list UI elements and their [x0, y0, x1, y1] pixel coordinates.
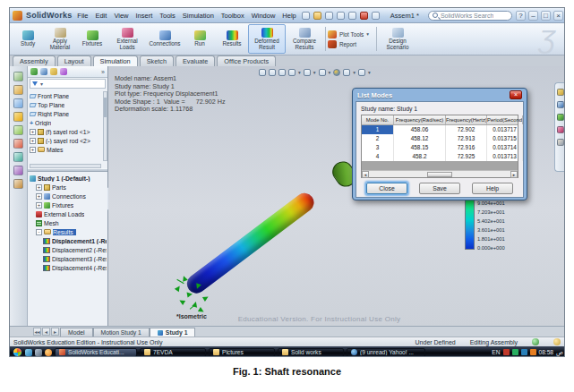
- connections-button[interactable]: Connections: [146, 24, 184, 54]
- shaft-mode-shape-model[interactable]: [184, 190, 318, 297]
- status-toggle-icon[interactable]: [532, 338, 539, 345]
- expand-icon[interactable]: +: [36, 193, 42, 200]
- taskbar-button-pictures[interactable]: Pictures: [209, 348, 275, 357]
- chevron-down-icon[interactable]: ▾: [368, 70, 371, 75]
- rebuild-icon[interactable]: [360, 12, 368, 20]
- minimize-icon[interactable]: –: [528, 11, 538, 21]
- design-scenario-button[interactable]: Design Scenario: [379, 24, 416, 54]
- print-icon[interactable]: [337, 12, 345, 20]
- scroll-right-icon[interactable]: ▸: [510, 171, 518, 178]
- cell-mode[interactable]: 4: [362, 152, 394, 161]
- appearance-icon[interactable]: [333, 69, 340, 76]
- expand-icon[interactable]: +: [30, 138, 36, 144]
- view-orientation-icon[interactable]: [304, 69, 311, 76]
- tab-scroll-first-icon[interactable]: ◂◂: [33, 328, 41, 336]
- tab-scroll-right-icon[interactable]: ▸: [51, 328, 59, 336]
- plot-item-displacement4[interactable]: Displacement4 (-Res dis: [43, 263, 107, 272]
- study-item-mesh[interactable]: Mesh: [36, 218, 107, 227]
- left-toolbar-icon-6[interactable]: [13, 139, 23, 149]
- chevron-down-icon[interactable]: ▾: [298, 70, 301, 75]
- table-row[interactable]: 1 458.06 72.902 0.013717: [362, 125, 518, 134]
- collapse-icon[interactable]: -: [36, 229, 42, 235]
- tree-item-origin[interactable]: + Origin: [30, 118, 102, 127]
- language-indicator[interactable]: EN: [492, 349, 500, 355]
- study-item-connections[interactable]: + Connections: [36, 192, 107, 200]
- tab-office-products[interactable]: Office Products: [217, 55, 276, 66]
- tab-evaluate[interactable]: Evaluate: [176, 55, 215, 66]
- left-toolbar-icon-8[interactable]: [13, 166, 23, 175]
- expand-icon[interactable]: +: [30, 147, 36, 153]
- left-toolbar-icon-5[interactable]: [13, 125, 23, 135]
- tree-item-right-plane[interactable]: Right Plane: [30, 109, 102, 118]
- propertymanager-tab-icon[interactable]: [40, 68, 47, 75]
- cell-mode[interactable]: 2: [362, 134, 394, 143]
- tree-item-front-plane[interactable]: Front Plane: [30, 91, 102, 100]
- menu-edit[interactable]: Edit: [93, 12, 108, 20]
- results-button[interactable]: Results: [216, 24, 248, 54]
- close-icon[interactable]: ×: [553, 11, 563, 21]
- featuremanager-tab-icon[interactable]: [30, 68, 38, 75]
- options-icon[interactable]: [372, 12, 380, 20]
- study-button[interactable]: Study: [12, 24, 44, 54]
- dimxpert-tab-icon[interactable]: [60, 68, 67, 75]
- plot-item-displacement3[interactable]: Displacement3 (-Res dis: [43, 254, 107, 263]
- menu-help[interactable]: Help: [280, 12, 297, 20]
- table-row[interactable]: 2 458.12 72.913 0.013715: [362, 134, 518, 143]
- save-icon[interactable]: [325, 12, 333, 20]
- tab-motion-study-1[interactable]: Motion Study 1: [93, 328, 150, 337]
- menu-toolbox[interactable]: Toolbox: [219, 12, 246, 20]
- tree-item-mates[interactable]: + Mates: [30, 145, 102, 154]
- study-item-results[interactable]: - Results: [36, 227, 107, 236]
- display-style-icon[interactable]: [319, 69, 326, 76]
- taskbar-button-solidworks[interactable]: SolidWorks Educati...: [55, 348, 137, 357]
- dialog-title-bar[interactable]: List Modes ×: [356, 89, 524, 101]
- tab-study-1[interactable]: Study 1: [150, 328, 196, 337]
- cell-mode[interactable]: 3: [362, 143, 394, 152]
- menu-view[interactable]: View: [112, 12, 130, 20]
- scroll-left-icon[interactable]: ◂: [362, 171, 369, 178]
- quicklaunch-mail-icon[interactable]: [25, 349, 32, 356]
- start-button[interactable]: [13, 347, 22, 357]
- external-loads-button[interactable]: External Loads: [108, 24, 146, 54]
- undo-icon[interactable]: [348, 12, 356, 20]
- custom-properties-icon[interactable]: [557, 139, 564, 146]
- left-toolbar-icon-7[interactable]: [13, 152, 23, 162]
- tab-sketch[interactable]: Sketch: [140, 55, 174, 66]
- file-explorer-icon[interactable]: [557, 101, 564, 108]
- tree-filter[interactable]: ▾: [30, 79, 106, 89]
- left-toolbar-icon-1[interactable]: [13, 72, 23, 81]
- taskbar-button-7evda[interactable]: 7EVDA: [140, 348, 206, 357]
- expand-icon[interactable]: +: [36, 184, 42, 191]
- tree-horizontal-scrollbar[interactable]: [30, 164, 101, 168]
- tree-vertical-scrollbar[interactable]: [103, 91, 107, 161]
- chevron-down-icon[interactable]: ▾: [313, 70, 316, 75]
- compare-results-button[interactable]: Compare Results: [286, 24, 323, 54]
- search-input[interactable]: SolidWorks Search: [441, 13, 493, 19]
- tray-icon-1[interactable]: [503, 349, 510, 355]
- scrollbar-thumb[interactable]: [104, 98, 107, 117]
- study-item-external-loads[interactable]: External Loads: [36, 209, 107, 218]
- tab-scroll-left-icon[interactable]: ◂: [42, 328, 50, 336]
- hide-show-icon[interactable]: [343, 69, 350, 76]
- quicklaunch-desktop-icon[interactable]: [35, 349, 42, 356]
- panel-overflow-icon[interactable]: »: [101, 69, 105, 75]
- tab-assembly[interactable]: Assembly: [13, 55, 56, 66]
- scrollbar-thumb[interactable]: [427, 172, 452, 177]
- help-icon[interactable]: ?: [516, 11, 526, 21]
- tray-icon-3[interactable]: [521, 349, 527, 355]
- new-document-icon[interactable]: [302, 12, 310, 20]
- left-toolbar-icon-3[interactable]: [13, 98, 23, 108]
- scene-icon[interactable]: [358, 69, 365, 76]
- study-item-parts[interactable]: + Parts: [36, 183, 107, 192]
- status-help-icon[interactable]: [553, 338, 561, 345]
- chevron-down-icon[interactable]: ▾: [353, 70, 356, 75]
- restore-icon[interactable]: □: [541, 11, 551, 21]
- clock[interactable]: 08:58: [539, 349, 554, 355]
- taskbar-button-solid-works[interactable]: Solid works: [278, 348, 344, 357]
- expand-icon[interactable]: +: [30, 129, 36, 135]
- help-button[interactable]: Help: [472, 183, 513, 194]
- tray-icon-2[interactable]: [512, 349, 518, 355]
- zoom-area-icon[interactable]: [269, 69, 276, 76]
- dialog-close-icon[interactable]: ×: [510, 90, 522, 99]
- menu-window[interactable]: Window: [250, 12, 278, 20]
